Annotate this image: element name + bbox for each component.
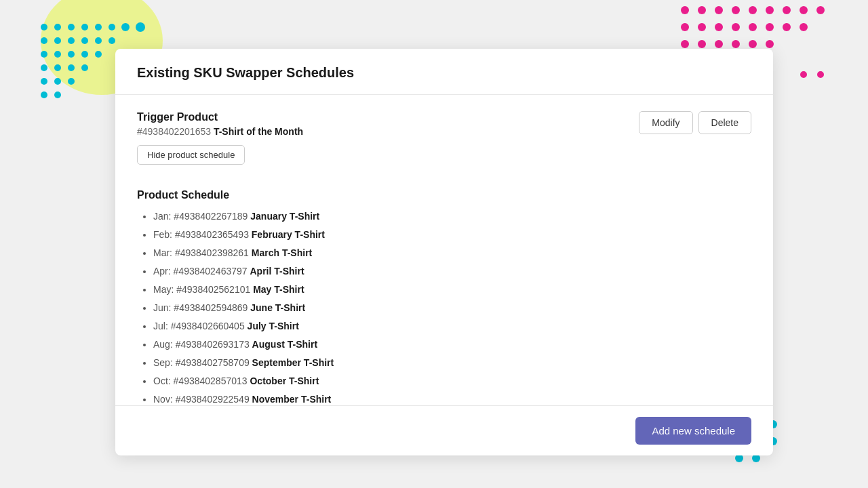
schedule-product-name: July T-Shirt [248, 321, 299, 331]
schedule-list-item: Apr: #4938402463797 April T-Shirt [153, 264, 751, 279]
trigger-product-info: #4938402201653 T-Shirt of the Month [137, 126, 303, 137]
trigger-product-id: #4938402201653 [137, 126, 211, 137]
svg-point-21 [68, 64, 75, 71]
svg-point-19 [41, 64, 47, 71]
schedule-month: Jul: [153, 321, 171, 331]
svg-point-11 [81, 37, 88, 44]
svg-point-34 [783, 6, 791, 14]
svg-point-16 [68, 51, 75, 58]
svg-point-12 [95, 37, 102, 44]
schedule-product-name: September T-Shirt [252, 357, 334, 368]
svg-point-29 [698, 6, 706, 14]
svg-point-0 [41, 24, 47, 30]
svg-point-15 [54, 51, 61, 58]
schedule-product-name: April T-Shirt [250, 266, 304, 277]
svg-point-50 [766, 40, 774, 48]
svg-point-40 [732, 23, 740, 31]
svg-point-24 [54, 78, 61, 85]
modal-title: Existing SKU Swapper Schedules [137, 65, 751, 81]
trigger-section: Trigger Product #4938402201653 T-Shirt o… [137, 111, 751, 178]
svg-point-38 [698, 23, 706, 31]
schedule-list-item: Aug: #4938402693173 August T-Shirt [153, 338, 751, 352]
svg-point-7 [136, 22, 145, 32]
schedule-product-name: June T-Shirt [250, 302, 305, 313]
modify-button[interactable]: Modify [639, 111, 692, 134]
schedule-sku-id: #4938402660405 [171, 321, 248, 331]
schedule-list-item: Feb: #4938402365493 February T-Shirt [153, 228, 751, 242]
hide-schedule-button[interactable]: Hide product schedule [137, 145, 245, 165]
svg-point-6 [121, 23, 130, 31]
schedule-product-name: March T-Shirt [252, 247, 312, 258]
svg-point-14 [41, 51, 47, 58]
svg-point-43 [783, 23, 791, 31]
svg-point-35 [800, 6, 808, 14]
svg-point-1 [54, 24, 61, 30]
svg-point-56 [817, 71, 824, 78]
main-modal: Existing SKU Swapper Schedules Trigger P… [115, 49, 773, 455]
svg-point-49 [749, 40, 757, 48]
svg-point-33 [766, 6, 774, 14]
schedule-list-item: Mar: #4938402398261 March T-Shirt [153, 246, 751, 260]
schedule-list-item: Oct: #4938402857013 October T-Shirt [153, 374, 751, 388]
schedule-sku-id: #4938402922549 [176, 394, 252, 405]
schedule-month: Nov: [153, 394, 176, 405]
schedule-list: Jan: #4938402267189 January T-ShirtFeb: … [137, 209, 751, 405]
svg-point-4 [95, 24, 102, 30]
svg-point-41 [749, 23, 757, 31]
modal-footer: Add new schedule [115, 405, 773, 455]
schedule-product-name: May T-Shirt [253, 284, 304, 295]
svg-point-22 [81, 64, 88, 71]
schedule-product-name: November T-Shirt [252, 394, 332, 405]
schedule-sku-id: #4938402758709 [176, 357, 252, 368]
schedule-product-name: October T-Shirt [250, 375, 319, 386]
svg-point-48 [732, 40, 740, 48]
schedule-month: Feb: [153, 229, 175, 240]
schedule-list-item: May: #4938402562101 May T-Shirt [153, 283, 751, 297]
modal-header: Existing SKU Swapper Schedules [115, 49, 773, 95]
schedule-sku-id: #4938402693173 [176, 339, 252, 350]
schedule-month: Sep: [153, 357, 176, 368]
schedule-product-name: February T-Shirt [252, 229, 325, 240]
svg-point-2 [68, 24, 75, 30]
schedule-list-item: Sep: #4938402758709 September T-Shirt [153, 356, 751, 370]
schedule-month: Mar: [153, 247, 175, 258]
svg-point-26 [41, 92, 47, 98]
schedule-month: Oct: [153, 375, 174, 386]
schedule-month: Aug: [153, 339, 176, 350]
schedule-list-item: Jul: #4938402660405 July T-Shirt [153, 319, 751, 333]
svg-point-8 [41, 37, 47, 44]
add-schedule-button[interactable]: Add new schedule [635, 417, 751, 445]
svg-point-45 [681, 40, 689, 48]
schedule-list-item: Jan: #4938402267189 January T-Shirt [153, 209, 751, 224]
schedule-month: Jun: [153, 302, 174, 313]
svg-point-17 [81, 51, 88, 58]
delete-button[interactable]: Delete [698, 111, 751, 134]
trigger-product-name: T-Shirt of the Month [214, 126, 303, 137]
schedule-sku-id: #4938402463797 [174, 266, 250, 277]
schedule-month: Apr: [153, 266, 174, 277]
svg-point-23 [41, 78, 47, 85]
svg-point-13 [108, 37, 115, 44]
schedule-month: May: [153, 284, 176, 295]
trigger-left: Trigger Product #4938402201653 T-Shirt o… [137, 111, 303, 178]
schedule-list-item: Nov: #4938402922549 November T-Shirt [153, 392, 751, 405]
schedule-sku-id: #4938402857013 [174, 375, 250, 386]
svg-point-32 [749, 6, 757, 14]
svg-point-27 [54, 92, 61, 98]
schedule-section-title: Product Schedule [137, 189, 751, 201]
trigger-label: Trigger Product [137, 111, 303, 123]
svg-point-5 [108, 24, 115, 30]
svg-point-42 [766, 23, 774, 31]
svg-point-47 [715, 40, 723, 48]
schedule-product-name: January T-Shirt [250, 211, 319, 222]
schedule-sku-id: #4938402562101 [176, 284, 253, 295]
modal-body: Trigger Product #4938402201653 T-Shirt o… [115, 95, 773, 405]
svg-point-31 [732, 6, 740, 14]
svg-point-9 [54, 37, 61, 44]
schedule-sku-id: #4938402594869 [174, 302, 250, 313]
schedule-month: Jan: [153, 211, 174, 222]
svg-point-55 [800, 71, 807, 78]
schedule-sku-id: #4938402365493 [175, 229, 252, 240]
svg-point-46 [698, 40, 706, 48]
svg-point-30 [715, 6, 723, 14]
